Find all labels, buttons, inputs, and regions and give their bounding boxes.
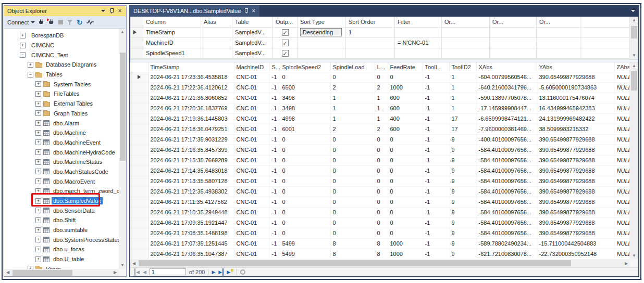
results-cell[interactable]: 0 — [375, 207, 388, 217]
results-cell[interactable]: -1 — [269, 82, 280, 93]
criteria-filler-cell[interactable] — [580, 37, 630, 48]
results-cell[interactable]: 390.65499877929688 — [537, 145, 614, 155]
results-cell[interactable]: -1 — [269, 113, 280, 124]
results-cell[interactable]: 17 — [449, 124, 476, 134]
results-column-header[interactable]: ToolID2 — [449, 62, 476, 72]
scroll-up-icon[interactable]: ▲ — [119, 29, 126, 36]
tree-item-label[interactable]: Graph Tables — [52, 110, 89, 117]
results-cell[interactable]: 0 — [388, 197, 423, 207]
results-cell[interactable]: -1 — [269, 176, 280, 186]
criteria-or-cell[interactable] — [490, 48, 537, 58]
tree-item-label[interactable]: CIMCNC — [30, 42, 56, 49]
results-column-header[interactable]: ToolI... — [423, 62, 449, 72]
results-cell[interactable]: -22.732000350952148 — [537, 249, 614, 259]
results-cell[interactable]: NULL — [614, 238, 630, 249]
results-cell[interactable]: 0 — [330, 228, 375, 238]
results-cell[interactable]: 0 — [280, 145, 330, 155]
tree-item-label[interactable]: Views — [44, 265, 63, 269]
results-cell[interactable]: 2 — [330, 82, 375, 93]
expand-icon[interactable]: + — [35, 130, 41, 136]
results-cell[interactable]: 0 — [280, 134, 330, 145]
results-cell[interactable]: 0 — [280, 155, 330, 165]
expand-icon[interactable]: + — [35, 139, 41, 145]
criteria-column-header[interactable]: Outp... — [273, 17, 298, 27]
results-cell[interactable]: NULL — [614, 124, 630, 134]
results-cell[interactable]: CNC-01 — [234, 207, 269, 217]
criteria-or-cell[interactable] — [490, 27, 537, 37]
results-cell[interactable]: 3498 — [280, 103, 330, 113]
tree-item-cimcnc[interactable]: +CIMCNC — [4, 41, 119, 50]
tree-item-label[interactable]: Tables — [44, 71, 64, 78]
results-cell[interactable]: 400 — [388, 113, 423, 124]
results-cell[interactable]: 0 — [375, 72, 388, 82]
criteria-sorttype-cell[interactable]: Descending — [298, 27, 346, 37]
close-tab-icon[interactable]: × — [252, 8, 255, 14]
results-cell[interactable]: 9 — [449, 134, 476, 145]
results-cell[interactable]: CNC-01 — [234, 228, 269, 238]
criteria-alias-cell[interactable] — [201, 48, 232, 58]
results-cell[interactable]: 0 — [388, 228, 423, 238]
tree-item-label[interactable]: dbo.U_table — [52, 255, 85, 263]
results-cell[interactable]: 2 — [375, 82, 388, 93]
row-selector-cell[interactable] — [130, 228, 148, 238]
nav-next-button[interactable]: ▶ — [212, 268, 215, 276]
results-cell[interactable]: -1 — [423, 186, 449, 197]
tree-item-label[interactable]: BorespanDB — [30, 32, 65, 39]
results-cell[interactable]: 0 — [280, 72, 330, 82]
row-selector-cell[interactable] — [130, 165, 148, 176]
results-cell[interactable]: -584.40100097656... — [476, 228, 537, 238]
results-cell[interactable]: 5499 — [280, 238, 330, 249]
results-cell[interactable]: CNC-01 — [234, 186, 269, 197]
results-column-header[interactable]: L... — [375, 62, 388, 72]
results-cell[interactable]: 2024-06-21 17:07:35.1251445 — [148, 238, 234, 249]
results-cell[interactable]: 0 — [388, 165, 423, 176]
results-cell[interactable]: -1 — [423, 134, 449, 145]
results-cell[interactable]: 390.65499877929688 — [537, 72, 614, 82]
results-cell[interactable]: -6.6599998474121... — [476, 113, 537, 124]
row-selector-cell[interactable] — [131, 48, 143, 58]
expand-icon[interactable]: + — [35, 110, 41, 116]
results-cell[interactable]: 2024-06-21 17:22:36.4120612 — [148, 82, 234, 93]
criteria-output-cell[interactable]: ✓ — [273, 37, 298, 48]
row-selector-cell[interactable] — [130, 249, 148, 259]
results-cell[interactable]: 17 — [449, 113, 476, 124]
expand-icon[interactable]: + — [35, 227, 41, 233]
connect-button[interactable]: Connect — [7, 19, 35, 25]
output-checkbox[interactable]: ✓ — [282, 40, 289, 46]
results-cell[interactable]: 8 — [375, 238, 388, 249]
results-cell[interactable]: -604.00799560546... — [476, 72, 537, 82]
results-cell[interactable]: NULL — [614, 197, 630, 207]
nav-position-input[interactable]: 1 — [150, 268, 186, 275]
results-cell[interactable]: 2024-06-21 17:21:36.3060852 — [148, 93, 234, 103]
results-cell[interactable]: -1 — [423, 145, 449, 155]
results-cell[interactable]: -1 — [423, 207, 449, 217]
results-cell[interactable]: -1 — [423, 93, 449, 103]
tree-item-graph-tables[interactable]: +Graph Tables — [4, 109, 119, 119]
criteria-column-cell[interactable]: TimeStamp — [143, 27, 201, 37]
results-cell[interactable]: 1000 — [388, 82, 423, 93]
expand-icon[interactable]: + — [20, 33, 26, 38]
results-cell[interactable]: 2024-06-21 17:12:35.4938302 — [148, 186, 234, 197]
results-cell[interactable]: -640.21600341796... — [476, 82, 537, 93]
tree-item-label[interactable]: dbo.MachStatusCode — [52, 168, 110, 175]
results-cell[interactable]: 0 — [375, 155, 388, 165]
results-cell[interactable]: 1 — [449, 93, 476, 103]
results-cell[interactable]: 9 — [449, 186, 476, 197]
row-selector-cell[interactable] — [130, 155, 148, 165]
row-selector-cell[interactable] — [130, 238, 148, 249]
results-horizontal-scrollbar[interactable]: ◀ ▶ — [130, 260, 638, 267]
tree-item-dbo-macroevent[interactable]: +dbo.MacroEvent — [4, 176, 119, 186]
results-cell[interactable]: 9 — [449, 197, 476, 207]
results-cell[interactable]: -1 — [423, 228, 449, 238]
results-cell[interactable]: 0 — [330, 155, 375, 165]
results-cell[interactable]: 390.65499877929688 — [537, 176, 614, 186]
disconnect-icon[interactable] — [48, 19, 55, 25]
results-cell[interactable]: 1000 — [388, 238, 423, 249]
results-cell[interactable]: 9 — [449, 165, 476, 176]
results-cell[interactable]: CNC-01 — [234, 165, 269, 176]
row-selector-cell[interactable] — [130, 72, 148, 82]
results-cell[interactable]: 2024-06-21 17:19:36.1445803 — [148, 113, 234, 124]
tree-item-system-tables[interactable]: +System Tables — [4, 79, 119, 89]
results-cell[interactable]: 1 — [330, 93, 375, 103]
results-cell[interactable]: 0 — [330, 217, 375, 228]
